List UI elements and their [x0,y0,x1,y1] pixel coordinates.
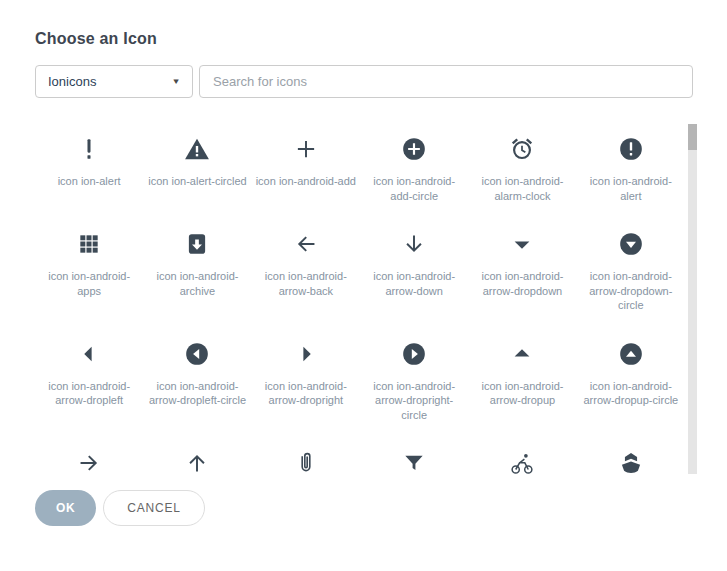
icon-grid-item[interactable] [252,446,360,476]
icon-grid-item[interactable]: icon ion-android-archive [143,227,251,337]
icon-label: icon ion-android-archive [147,269,247,298]
alert-icon [39,132,139,166]
icon-grid-item[interactable]: icon ion-android-apps [35,227,143,337]
android-boat-icon [581,446,681,476]
icon-set-selected-value: Ionicons [48,74,96,89]
android-arrow-dropleft-circle-icon [147,337,247,371]
icon-grid-item[interactable]: icon ion-android-add [252,132,360,227]
icon-label: icon ion-alert [39,174,139,189]
icon-grid-item[interactable]: icon ion-android-arrow-down [360,227,468,337]
icon-grid-item[interactable]: icon ion-android-add-circle [360,132,468,227]
ok-button[interactable]: OK [35,490,96,526]
icon-label: icon ion-android-arrow-dropleft [39,379,139,408]
icon-label: icon ion-android-arrow-dropright-circle [364,379,464,423]
icon-set-select[interactable]: Ionicons ▼ [35,65,193,98]
icon-label: icon ion-alert-circled [147,174,247,189]
icon-grid-item[interactable] [360,446,468,476]
icon-grid-item[interactable]: icon ion-android-arrow-back [252,227,360,337]
android-attach-icon [256,446,356,476]
android-arrow-dropup-circle-icon [581,337,681,371]
android-arrow-forward-icon [39,446,139,476]
android-alert-icon [581,132,681,166]
android-arrow-dropdown-circle-icon [581,227,681,261]
android-alarm-clock-icon [472,132,572,166]
icon-label: icon ion-android-arrow-down [364,269,464,298]
android-arrow-up-icon [147,446,247,476]
scrollbar-thumb[interactable] [688,124,697,150]
android-arrow-dropdown-icon [472,227,572,261]
alert-circled-icon [147,132,247,166]
icon-grid-item[interactable]: icon ion-android-arrow-dropright-circle [360,337,468,447]
icon-grid-item[interactable]: icon ion-android-arrow-dropdown [468,227,576,337]
android-arrow-back-icon [256,227,356,261]
icon-grid-item[interactable]: icon ion-android-arrow-dropleft [35,337,143,447]
icon-label: icon ion-android-apps [39,269,139,298]
icon-grid-item[interactable]: icon ion-android-arrow-dropup-circle [577,337,685,447]
android-arrow-dropup-icon [472,337,572,371]
icon-label: icon ion-android-alert [581,174,681,203]
scrollbar-track[interactable] [688,124,697,474]
icon-grid-item[interactable]: icon ion-alert [35,132,143,227]
android-arrow-dropright-circle-icon [364,337,464,371]
icon-label: icon ion-android-arrow-dropup-circle [581,379,681,408]
dialog-title: Choose an Icon [35,30,692,48]
icon-label: icon ion-android-add [256,174,356,189]
android-add-icon [256,132,356,166]
android-arrow-dropright-icon [256,337,356,371]
icon-label: icon ion-android-arrow-dropdown [472,269,572,298]
controls-row: Ionicons ▼ [35,65,693,98]
android-apps-icon [39,227,139,261]
cancel-button[interactable]: CANCEL [103,490,204,526]
footer: OK CANCEL [35,490,727,526]
icon-grid-item[interactable] [143,446,251,476]
icon-grid-item[interactable] [468,446,576,476]
select-dropdown-arrow-icon: ▼ [171,77,180,86]
icon-grid-item[interactable]: icon ion-android-arrow-dropright [252,337,360,447]
android-arrow-down-icon [364,227,464,261]
android-bicycle-icon [472,446,572,476]
icon-grid-item[interactable] [35,446,143,476]
icon-label: icon ion-android-arrow-dropleft-circle [147,379,247,408]
icon-search-input[interactable] [199,65,693,98]
icon-grid-item[interactable] [577,446,685,476]
icon-grid-scroll-area: icon ion-alerticon ion-alert-circledicon… [35,116,697,476]
icon-label: icon ion-android-arrow-dropup [472,379,572,408]
icon-grid-item[interactable]: icon ion-android-alert [577,132,685,227]
icon-grid-item[interactable]: icon ion-android-arrow-dropup [468,337,576,447]
android-archive-icon [147,227,247,261]
android-funnel-icon [364,446,464,476]
icon-picker-dialog: Choose an Icon Ionicons ▼ icon ion-alert… [0,0,727,571]
icon-grid-item[interactable]: icon ion-android-arrow-dropleft-circle [143,337,251,447]
icon-label: icon ion-android-arrow-back [256,269,356,298]
icon-grid: icon ion-alerticon ion-alert-circledicon… [35,116,685,476]
android-add-circle-icon [364,132,464,166]
icon-grid-item[interactable]: icon ion-alert-circled [143,132,251,227]
icon-grid-item[interactable]: icon ion-android-arrow-dropdown-circle [577,227,685,337]
icon-label: icon ion-android-add-circle [364,174,464,203]
icon-label: icon ion-android-arrow-dropdown-circle [581,269,681,313]
android-arrow-dropleft-icon [39,337,139,371]
icon-grid-item[interactable]: icon ion-android-alarm-clock [468,132,576,227]
icon-label: icon ion-android-alarm-clock [472,174,572,203]
icon-label: icon ion-android-arrow-dropright [256,379,356,408]
